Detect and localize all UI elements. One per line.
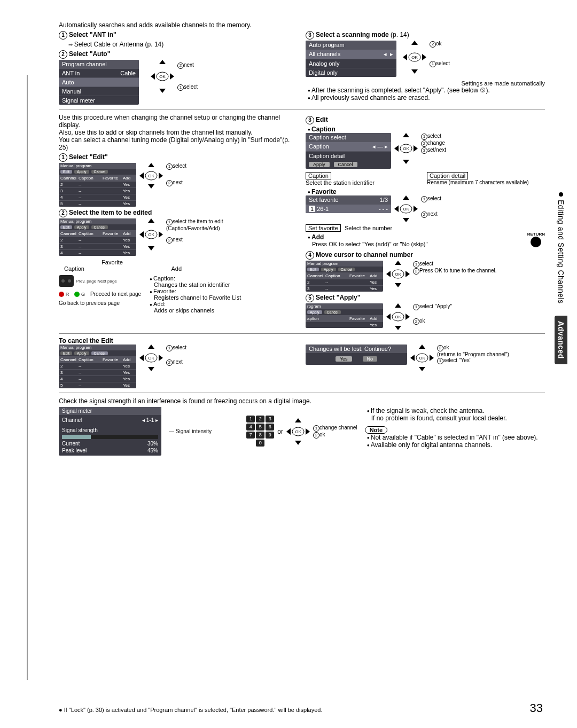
step-m4-move: 4Move cursor to channel number (306, 251, 545, 260)
svg-marker-63 (295, 418, 301, 422)
sig-current-val: 30% (147, 441, 158, 447)
signal-intro: Check the signal strength if an interfer… (59, 397, 545, 405)
signal-meter-title: Signal meter (59, 407, 161, 415)
step-2-auto: 2Select "Auto" (59, 50, 298, 59)
sig-peak-label: Peak level (62, 448, 87, 453)
svg-marker-33 (403, 195, 409, 200)
add-heading: Add (308, 233, 427, 241)
sig-channel-label: Channel (62, 417, 82, 423)
svg-text:OK: OK (295, 429, 301, 434)
sig-peak-val: 45% (147, 448, 158, 453)
svg-marker-1 (159, 89, 166, 93)
program-channel-menu: Program channel ANT inCable Auto Manual … (59, 60, 139, 105)
svg-point-26 (68, 279, 71, 283)
manual-table-cancel: Manual program EditApplyCancel CannnelCa… (59, 345, 136, 388)
favorite-heading: Favorite (308, 188, 545, 195)
signal-intensity-label: — Signal intensity (169, 428, 212, 434)
legend-proceed: Proceed to next page (90, 291, 141, 297)
legend-caption: Caption (64, 265, 84, 272)
dpad-icon: OK (151, 60, 174, 93)
svg-marker-65 (286, 428, 291, 435)
auto-program-menu: Auto program All channels◂ ▸ Analog only… (306, 41, 396, 77)
manual-table-2: Manual program EditApplyCancel CannnelCa… (59, 218, 136, 256)
svg-marker-13 (148, 184, 154, 189)
legend-add-d: Add: (150, 301, 241, 307)
set-favorite-menu: Set favorite1/3 1 26-1- - - (306, 195, 391, 213)
side-tab-advanced: Advanced (555, 316, 567, 364)
svg-marker-6 (411, 41, 418, 45)
section-manual: Use this procedure when changing the cha… (59, 114, 545, 393)
manual-table-1: Manual program EditApplyCancel CannnelCa… (59, 163, 136, 207)
svg-marker-2 (151, 73, 155, 80)
dpad-icon: OK (139, 218, 163, 251)
dp-select-label: 1select (177, 84, 198, 91)
dp-select-apply: 1select "Apply" (413, 303, 452, 310)
legend-favorite-d: Favorite: (150, 288, 241, 294)
dp-next-label: 2next (177, 62, 198, 69)
remote-icon (59, 275, 74, 287)
dpad-icon: OK (139, 163, 163, 189)
dp-next-label5: 2next (166, 359, 186, 366)
auto-intro: Automatically searches and adds availabl… (59, 21, 545, 29)
svg-marker-18 (148, 218, 154, 223)
svg-marker-47 (386, 314, 391, 320)
svg-rect-24 (59, 275, 74, 287)
step-m5-apply: 5Select "Apply" (306, 294, 545, 302)
dp-select-label7: 1select (166, 345, 186, 351)
svg-marker-12 (148, 163, 154, 167)
footer-note: ● If "Lock" (p. 30) is activated and "Pr… (59, 707, 323, 713)
svg-marker-45 (395, 303, 401, 308)
note-item-1: Not available if "Cable" is selected in … (367, 434, 545, 441)
svg-marker-28 (403, 160, 409, 164)
svg-text:OK: OK (159, 74, 166, 79)
svg-text:OK: OK (395, 272, 401, 277)
prog-cable: Cable (120, 70, 136, 76)
dp-ok-label4: 2ok (313, 432, 357, 439)
vertical-rule (27, 75, 28, 680)
auto-all-channels: All channels (309, 51, 340, 58)
svg-marker-40 (395, 283, 401, 287)
prog-manual: Manual (62, 88, 81, 95)
step-m1-edit: 1Select "Edit" (59, 153, 298, 162)
step-3-scan: 3Select a scanning mode (p. 14) (306, 31, 545, 40)
step-m2-select-item: 2Select the item to be edited (59, 209, 298, 217)
svg-marker-30 (414, 145, 418, 152)
dp-select-label2: 1select (430, 60, 450, 67)
legend-add-desc: Adds or skips channels (154, 307, 241, 314)
prog-signal-meter: Signal meter (62, 97, 95, 104)
dp-returns: (returns to "Program channel") (437, 351, 509, 357)
program-channel-title: Program channel (59, 60, 139, 68)
svg-marker-66 (306, 428, 310, 435)
svg-marker-19 (148, 246, 154, 251)
svg-marker-15 (159, 173, 163, 179)
svg-marker-46 (395, 326, 401, 330)
svg-marker-34 (403, 218, 409, 222)
caption-select-title: Caption select (306, 133, 391, 142)
legend-caption-desc: Changes the station identifier (154, 281, 241, 288)
svg-text:OK: OK (148, 174, 154, 178)
dp-next-label2: 2next (166, 179, 186, 186)
caption-detail-row: Caption detail (309, 153, 345, 159)
manual-table-m4: Manual program EditApplyCancel CannnelCa… (306, 261, 383, 292)
dp-select-item: 1select the item to edit (166, 218, 223, 225)
manual-table-m5: rogram ApplyCancel aptionFavoriteAdd Yes (306, 303, 383, 328)
auto-program-title: Auto program (306, 41, 396, 49)
dpad-icon: OK (286, 418, 310, 445)
set-favorite-title: Set favorite (309, 197, 339, 203)
dp-ok-label2: 2ok (413, 318, 452, 325)
prog-ant-in: ANT in (62, 70, 80, 76)
auto-note-settings: Settings are made automatically (306, 80, 545, 87)
side-tabs: Editing and Setting Channels Advanced (555, 187, 567, 364)
manual-intro-1: Use this procedure when changing the cha… (59, 114, 298, 129)
add-desc: Press OK to select "Yes (add)" or "No (s… (312, 241, 427, 247)
side-tab-editing: Editing and Setting Channels (555, 187, 567, 309)
signal-note-1: If the signal is weak, check the antenna… (367, 407, 545, 414)
caption-box-label: Caption (306, 172, 331, 179)
caption-heading: Caption (308, 126, 545, 133)
dpad-icon: OK (410, 345, 434, 371)
dp-ok-label3: 2ok (437, 345, 509, 351)
green-dot-icon (74, 292, 80, 297)
page-number: 33 (530, 701, 543, 715)
section-signal: Check the signal strength if an interfer… (59, 397, 545, 460)
red-dot-icon (59, 292, 64, 297)
